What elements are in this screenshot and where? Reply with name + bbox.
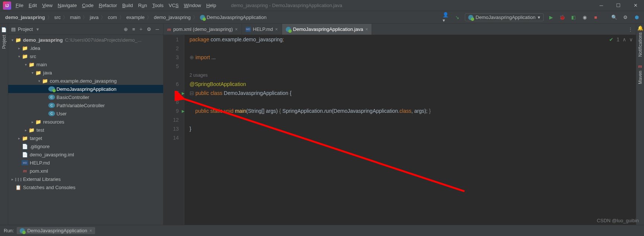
project-view-dropdown[interactable]	[35, 26, 39, 32]
menu-build[interactable]: Build	[122, 3, 133, 8]
crumb-java[interactable]: java	[88, 15, 100, 20]
tree-src[interactable]: ▾📁src	[8, 52, 163, 60]
crumb-pkg[interactable]: demo_javaspring	[152, 15, 192, 20]
tree-target[interactable]: ▸📁target	[8, 134, 163, 142]
crumb-project[interactable]: demo_javaspring	[4, 15, 46, 20]
code-area[interactable]: package com.example.demo_javaspring; ⊕im…	[184, 35, 636, 225]
fold-icon[interactable]: ⊟	[190, 90, 194, 96]
project-title: Project	[18, 26, 33, 32]
menu-code[interactable]: Code	[82, 3, 94, 8]
tab-pom[interactable]: mpom.xml (demo_javaspring)×	[164, 24, 242, 35]
tree-java[interactable]: ▾📁java	[8, 68, 163, 77]
crumb-main[interactable]: main	[68, 15, 82, 20]
tree-help[interactable]: MDHELP.md	[8, 159, 163, 167]
maven-tab[interactable]: Maven	[638, 71, 643, 84]
menu-file[interactable]: File	[16, 3, 23, 8]
editor-area: mpom.xml (demo_javaspring)× MDHELP.md× D…	[164, 24, 636, 225]
prev-problem-icon[interactable]: ∧	[622, 36, 626, 42]
library-icon: ⫿⫿⫿	[15, 176, 22, 182]
tree-user-class[interactable]: CUser	[8, 109, 163, 118]
coverage-button[interactable]: ◧	[570, 14, 577, 21]
menu-window[interactable]: Window	[184, 3, 201, 8]
run-tool-tab[interactable]: DemoJavaspringApplication ×	[17, 227, 95, 234]
user-icon[interactable]: 👤▾	[443, 14, 450, 21]
usages-hint[interactable]: 2 usages	[190, 73, 208, 78]
tab-close-icon[interactable]: ×	[275, 27, 278, 32]
crumb-com[interactable]: com	[106, 15, 119, 20]
minimize-button[interactable]: ─	[593, 0, 610, 11]
menu-edit[interactable]: Edit	[29, 3, 37, 8]
build-hammer-icon[interactable]: ↘	[454, 14, 461, 21]
tree-basic-controller[interactable]: CBasicController	[8, 93, 163, 101]
tab-close-icon[interactable]: ×	[365, 27, 368, 32]
markdown-icon: MD	[246, 27, 251, 32]
collapse-all-icon[interactable]: ÷	[139, 26, 143, 32]
tree-test[interactable]: ▸📁test	[8, 126, 163, 134]
run-button[interactable]: ▶	[547, 14, 555, 21]
window-controls: ─ ☐ ✕	[593, 0, 644, 11]
maven-tab-icon[interactable]: m	[638, 63, 642, 69]
project-tool-window: ▤ Project ⊕ ≡ ÷ ⚙ ─ ▾📁demo_javaspringC:\…	[8, 24, 164, 225]
project-tool-icon[interactable]: 📄	[0, 26, 8, 34]
tree-scratches[interactable]: 📋Scratches and Consoles	[8, 183, 163, 191]
project-header: ▤ Project ⊕ ≡ ÷ ⚙ ─	[8, 24, 163, 35]
tree-main[interactable]: ▾📁main	[8, 60, 163, 68]
menu-vcs[interactable]: VCS	[169, 3, 179, 8]
menu-view[interactable]: View	[42, 3, 52, 8]
tree-gitignore[interactable]: 📄.gitignore	[8, 142, 163, 150]
close-button[interactable]: ✕	[627, 0, 644, 11]
problems-count[interactable]: 1	[617, 36, 619, 42]
check-icon[interactable]: ✔	[609, 36, 614, 42]
crumb-src[interactable]: src	[53, 15, 62, 20]
tab-app[interactable]: DemoJavaspringApplication.java×	[282, 24, 372, 35]
tree-iml[interactable]: 📄demo_javaspring.iml	[8, 150, 163, 159]
expand-all-icon[interactable]: ≡	[131, 26, 136, 32]
tree-pom[interactable]: mpom.xml	[8, 167, 163, 175]
next-problem-icon[interactable]: ∨	[629, 36, 633, 42]
tree-idea[interactable]: ▸📁.idea	[8, 44, 163, 52]
menu-refactor[interactable]: Refactor	[99, 3, 117, 8]
stop-button[interactable]: ■	[592, 14, 599, 21]
run-config-selector[interactable]: DemoJavaspringApplication ▾	[465, 13, 544, 21]
project-view-icon: ▤	[11, 26, 16, 32]
notifications-tab[interactable]: Notifications	[638, 32, 643, 57]
debug-button[interactable]: 🐞	[559, 14, 566, 21]
class-icon: C	[48, 103, 55, 108]
select-opened-file-icon[interactable]: ⊕	[123, 26, 129, 32]
spring-class-icon	[286, 27, 291, 32]
tab-close-icon[interactable]: ×	[235, 27, 238, 32]
search-icon[interactable]: 🔍	[611, 14, 618, 21]
navigation-bar: demo_javaspring〉 src〉 main〉 java〉 com〉 e…	[0, 11, 644, 24]
window-title: demo_javaspring - DemoJavaspringApplicat…	[231, 3, 342, 8]
project-tree[interactable]: ▾📁demo_javaspringC:\Users\007\IdeaProjec…	[8, 35, 163, 225]
notifications-icon[interactable]: 🔔	[637, 25, 643, 31]
crumb-file[interactable]: DemoJavaspringApplication	[198, 15, 268, 20]
menu-help[interactable]: Help	[206, 3, 216, 8]
menu-run[interactable]: Run	[138, 3, 147, 8]
hide-icon[interactable]: ─	[155, 26, 160, 32]
project-tab-label[interactable]: Project	[1, 35, 7, 49]
tabs-menu-icon[interactable]: ⋮	[625, 24, 636, 35]
settings-icon[interactable]: ⚙	[622, 14, 629, 21]
tab-close-icon[interactable]: ×	[90, 228, 92, 233]
tree-package[interactable]: ▾📁com.example.demo_javaspring	[8, 77, 163, 85]
fold-icon[interactable]: ⊕	[190, 54, 194, 60]
menu-navigate[interactable]: Navigate	[58, 3, 77, 8]
profile-button[interactable]: ◉	[581, 14, 588, 21]
ide-gear-icon[interactable]: ⬢	[633, 14, 640, 21]
tab-help[interactable]: MDHELP.md×	[242, 24, 282, 35]
maximize-button[interactable]: ☐	[610, 0, 627, 11]
crumb-example[interactable]: example	[125, 15, 146, 20]
spring-class-icon	[48, 86, 55, 92]
tree-app-class[interactable]: DemoJavaspringApplication	[8, 85, 163, 93]
tree-external-libs[interactable]: ▸⫿⫿⫿External Libraries	[8, 175, 163, 183]
tree-resources[interactable]: ▸📁resources	[8, 118, 163, 126]
tree-root[interactable]: ▾📁demo_javaspringC:\Users\007\IdeaProjec…	[8, 36, 163, 44]
editor-body[interactable]: ✔ 1 ∧ ∨ 1 2 3 5 6 7▶ 8 9▶ 12 13 14 packa…	[164, 35, 636, 225]
left-tool-stripe: 📄 Project	[0, 24, 8, 225]
spring-icon	[468, 15, 473, 20]
line-gutter[interactable]: 1 2 3 5 6 7▶ 8 9▶ 12 13 14	[164, 35, 184, 225]
menu-tools[interactable]: Tools	[152, 3, 164, 8]
tool-settings-icon[interactable]: ⚙	[146, 26, 152, 32]
tree-pathvar-controller[interactable]: CPathVariableController	[8, 101, 163, 109]
